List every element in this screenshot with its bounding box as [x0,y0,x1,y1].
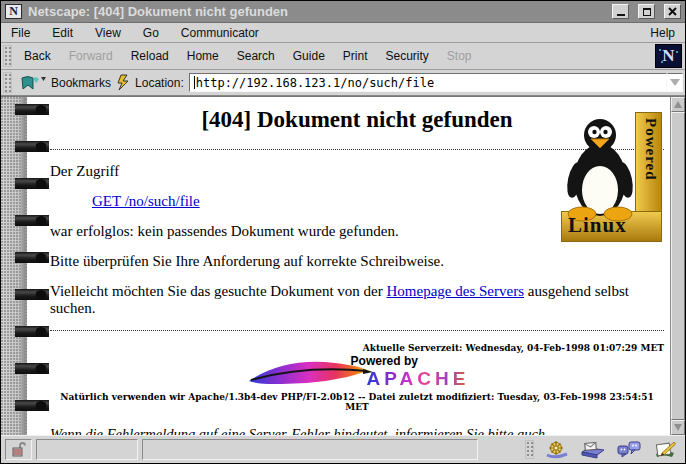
mailbox-button[interactable] [577,439,609,461]
component-bar-grip[interactable] [525,440,534,459]
divider [50,330,664,331]
arrow-up-icon [674,101,682,108]
bookmarks-icon [20,74,46,92]
scroll-up-button[interactable] [671,97,685,112]
minimize-button[interactable] [612,4,629,19]
menu-file[interactable]: File [11,26,30,40]
server-fine-print: Natürlich verwenden wir Apache/1.3b4-dev… [50,392,664,412]
server-time: Aktuelle Serverzeit: Wednesday, 04-Feb-1… [50,343,664,353]
status-bar [1,435,685,463]
homepage-link[interactable]: Homepage des Servers [387,283,524,299]
apache-wordmark: APACHE [367,368,470,390]
linux-powered-logo: Powered Linux [561,104,662,242]
security-button[interactable]: Security [377,46,438,66]
menu-bar: File Edit View Go Communicator Help [1,23,685,43]
tux-penguin-icon [563,118,637,222]
window-title: Netscape: [404] Dokument nicht gefunden [28,4,603,19]
linux-label: Linux [568,213,627,238]
netscape-window: N Netscape: [404] Dokument nicht gefunde… [0,0,686,464]
print-button[interactable]: Print [334,46,377,66]
footer-text-before: Wenn die Fehlermeldung auf eine Server-F… [50,426,545,435]
home-button[interactable]: Home [178,46,228,66]
close-icon [668,7,677,16]
throbber-letter: N [662,46,674,66]
search-button[interactable]: Search [228,46,284,66]
status-progress-panel [36,439,138,460]
scrollbar-thumb[interactable] [671,112,685,420]
arrow-down-icon [674,424,682,431]
linux-powered-label: Powered [642,118,659,181]
maximize-icon [643,8,651,16]
stop-button[interactable]: Stop [438,46,481,66]
toolbar-grip[interactable] [3,45,12,67]
url-input[interactable]: http://192.168.123.1/no/such/file [189,73,667,92]
url-text: http://192.168.123.1/no/such/file [196,76,434,90]
menu-communicator[interactable]: Communicator [181,26,259,40]
inbox-icon [580,440,606,460]
chevron-down-icon [670,79,680,86]
location-label: Location: [135,76,184,90]
location-toolbar: Bookmarks Location: http://192.168.123.1… [1,70,685,96]
vertical-scrollbar[interactable] [670,97,685,435]
paragraph-homepage: Vielleicht möchten Sie das gesuchte Doku… [50,283,664,317]
guide-button[interactable]: Guide [284,46,334,66]
status-message-panel [142,439,478,460]
scroll-down-button[interactable] [671,420,685,435]
composer-pen-icon [653,440,677,460]
browser-viewport: [404] Dokument nicht gefunden Der Zugrif… [1,96,685,435]
url-dropdown-button[interactable] [667,73,683,92]
location-icon[interactable] [116,74,130,91]
back-button[interactable]: Back [15,46,60,66]
menu-view[interactable]: View [95,26,121,40]
netscape-throbber-icon[interactable]: N [655,44,682,68]
menu-help[interactable]: Help [650,26,675,40]
menu-edit[interactable]: Edit [52,26,73,40]
forward-button[interactable]: Forward [60,46,122,66]
title-bar[interactable]: N Netscape: [404] Dokument nicht gefunde… [1,1,685,23]
menu-go[interactable]: Go [143,26,159,40]
discussions-button[interactable] [613,439,645,461]
composer-button[interactable] [649,439,681,461]
document-body: [404] Dokument nicht gefunden Der Zugrif… [28,97,670,435]
speech-bubbles-icon [616,440,642,460]
netscape-app-icon: N [5,4,22,19]
unlocked-padlock-icon [12,442,26,457]
security-lock-button[interactable] [5,439,32,460]
paragraph-check: Bitte überprüfen Sie Ihre Anforderung au… [50,253,664,270]
minimize-icon [617,13,625,16]
navigator-button[interactable] [541,439,573,461]
apache-logo: Powered by APACHE [50,354,664,390]
location-toolbar-grip[interactable] [3,72,12,93]
footer-note: Wenn die Fehlermeldung auf eine Server-F… [50,425,664,435]
close-button[interactable] [664,4,681,19]
bookmarks-button[interactable]: Bookmarks [51,76,111,90]
request-link[interactable]: GET /no/such/file [92,193,200,209]
apache-feather-icon [245,355,373,389]
text-caret [194,76,195,89]
homepage-text-before: Vielleicht möchten Sie das gesuchte Doku… [50,283,387,299]
ship-wheel-icon [545,440,569,460]
navigation-toolbar: Back Forward Reload Home Search Guide Pr… [1,43,685,70]
reload-button[interactable]: Reload [122,46,178,66]
maximize-button[interactable] [638,4,655,19]
